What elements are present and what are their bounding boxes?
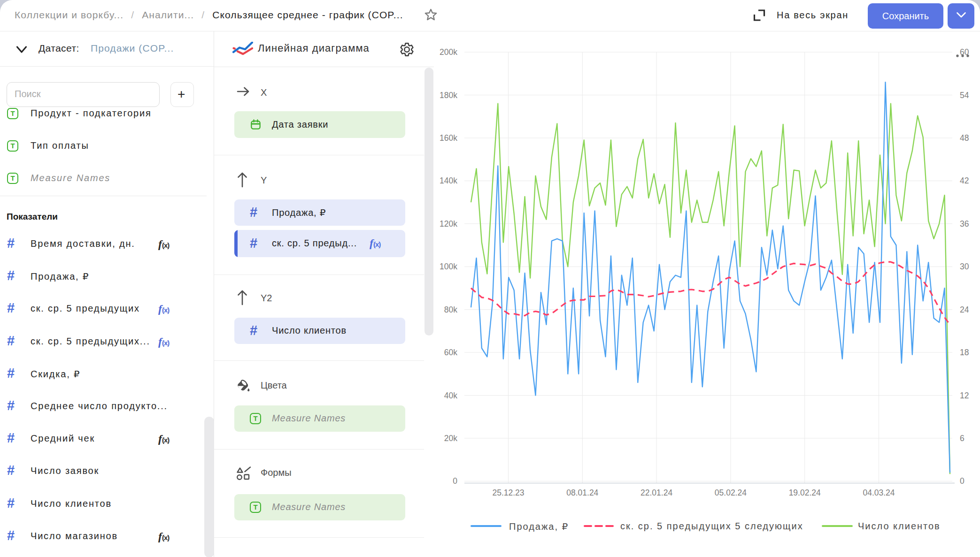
svg-text:05.02.24: 05.02.24: [715, 488, 747, 497]
svg-text:180k: 180k: [440, 91, 457, 100]
svg-text:20k: 20k: [444, 434, 457, 443]
svg-text:25.12.23: 25.12.23: [492, 488, 524, 497]
svg-text:0: 0: [453, 476, 457, 486]
svg-text:22.01.24: 22.01.24: [640, 488, 672, 497]
svg-text:0: 0: [960, 476, 965, 486]
svg-text:30: 30: [960, 262, 969, 271]
svg-text:160k: 160k: [440, 133, 457, 143]
svg-text:80k: 80k: [444, 305, 457, 314]
svg-text:48: 48: [960, 133, 969, 143]
svg-text:24: 24: [960, 305, 969, 314]
svg-text:40k: 40k: [444, 391, 457, 400]
svg-text:60k: 60k: [444, 348, 457, 357]
svg-text:04.03.24: 04.03.24: [863, 488, 895, 497]
svg-text:08.01.24: 08.01.24: [566, 488, 598, 497]
svg-text:100k: 100k: [440, 262, 457, 271]
svg-text:42: 42: [960, 176, 969, 185]
svg-text:18: 18: [960, 348, 969, 357]
svg-text:54: 54: [960, 91, 969, 100]
svg-text:19.02.24: 19.02.24: [789, 488, 821, 497]
svg-text:36: 36: [960, 219, 969, 229]
svg-text:200k: 200k: [440, 47, 457, 57]
svg-text:120k: 120k: [440, 219, 457, 229]
svg-text:12: 12: [960, 391, 969, 400]
svg-text:6: 6: [960, 434, 965, 443]
svg-text:140k: 140k: [440, 176, 457, 185]
